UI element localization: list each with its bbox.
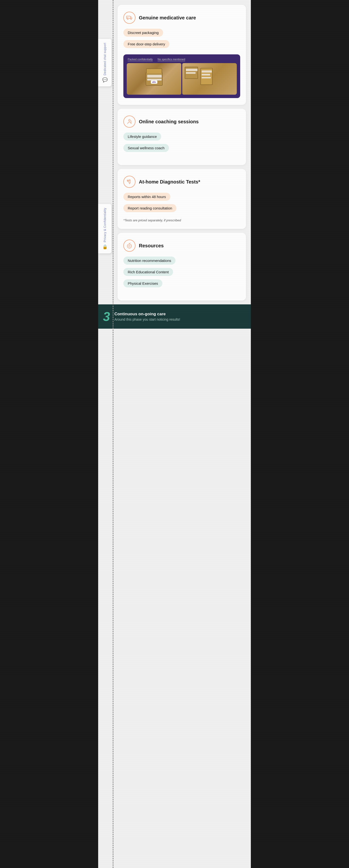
- label-strip-1: [147, 75, 162, 78]
- label-strip-7: [202, 77, 211, 79]
- resources-header: Resources: [124, 240, 240, 252]
- label-strip-3: [186, 69, 198, 71]
- svg-point-1: [127, 19, 128, 20]
- diagnostic-tags: Reports within 48 hours Report reading c…: [124, 193, 240, 215]
- tag-reports-48h: Reports within 48 hours: [124, 193, 170, 201]
- medicative-header: Genuine medicative care: [124, 12, 240, 24]
- label-strip-4: [186, 72, 196, 74]
- tag-educational-content: Rich Educational Content: [124, 268, 173, 276]
- coaching-header: Online coaching sessions: [124, 116, 240, 128]
- box-right-2: [201, 68, 213, 85]
- lock-icon: 🔒: [102, 244, 108, 250]
- allo-badge: allo: [151, 80, 158, 84]
- tag-physical-exercises: Physical Exercises: [124, 279, 162, 287]
- no-specifics-label: No specifics mentioned: [158, 58, 185, 61]
- tag-sexual-wellness: Sexual wellness coach: [124, 144, 169, 152]
- chat-icon: 💬: [102, 77, 108, 83]
- medicative-icon-circle: [124, 12, 136, 24]
- pkg-image-left: allo: [127, 63, 181, 95]
- tag-report-consultation: Report reading consultation: [124, 204, 176, 212]
- tag-nutrition: Nutrition recommendations: [124, 256, 175, 265]
- diagnostic-title: At-home Diagnostic Tests*: [139, 179, 200, 185]
- label-strip-5: [202, 70, 212, 72]
- tag-discreet-packaging: Discreet packaging: [124, 29, 163, 37]
- coaching-icon-circle: [124, 116, 136, 128]
- delivery-icon: [126, 14, 133, 21]
- tag-free-delivery: Free door-step delivery: [124, 40, 169, 48]
- bottom-text-block: Continuous on-going care Around this pha…: [114, 312, 245, 321]
- apple-icon: [126, 242, 133, 249]
- packaging-box: Packed confidentially No specifics menti…: [124, 54, 240, 98]
- diagnostic-header: At-home Diagnostic Tests*: [124, 176, 240, 188]
- bottom-bar: 3 Continuous on-going care Around this p…: [98, 304, 251, 329]
- packaging-labels: Packed confidentially No specifics menti…: [127, 58, 237, 61]
- resources-tags: Nutrition recommendations Rich Education…: [124, 256, 240, 290]
- tag-lifestyle-guidance: Lifestyle guidance: [124, 132, 161, 141]
- bottom-title: Continuous on-going care: [114, 312, 245, 316]
- diagnostic-card: At-home Diagnostic Tests* Reports within…: [117, 169, 246, 229]
- box-flap: [146, 68, 162, 73]
- coaching-card: Online coaching sessions Lifestyle guida…: [117, 109, 246, 165]
- diagnostic-icon-circle: [124, 176, 136, 188]
- svg-point-6: [129, 245, 130, 247]
- medicative-card: Genuine medicative care Discreet packagi…: [117, 5, 246, 105]
- box-right-1: [185, 67, 198, 79]
- medicative-tags: Discreet packaging Free door-step delive…: [124, 29, 240, 51]
- diagnostic-footnote: *Tests are priced separately, if prescri…: [124, 218, 240, 222]
- chat-support-tab[interactable]: Dedicated chat support 💬: [98, 39, 111, 86]
- privacy-tab[interactable]: Privacy & Confidentiality 🔒: [98, 204, 111, 253]
- bottom-number: 3: [103, 310, 110, 323]
- resources-title: Resources: [139, 243, 164, 249]
- chat-support-label: Dedicated chat support: [103, 43, 107, 75]
- bottom-subtitle: Around this phase you start noticing res…: [114, 317, 245, 321]
- pkg-image-right: [182, 63, 237, 95]
- svg-point-2: [131, 19, 132, 20]
- pkg-images: allo: [127, 63, 237, 95]
- coaching-icon: [126, 118, 133, 125]
- label-strip-6: [202, 74, 210, 75]
- medicative-title: Genuine medicative care: [139, 15, 196, 21]
- main-content: Genuine medicative care Discreet packagi…: [117, 0, 246, 301]
- svg-rect-4: [129, 180, 130, 183]
- coaching-title: Online coaching sessions: [139, 119, 199, 125]
- svg-point-3: [129, 119, 130, 121]
- page-wrapper: Dedicated chat support 💬 Privacy & Confi…: [98, 0, 251, 868]
- packed-confidentially-label: Packed confidentially: [128, 58, 153, 61]
- test-icon: [126, 178, 133, 185]
- resources-card: Resources Nutrition recommendations Rich…: [117, 233, 246, 301]
- coaching-tags: Lifestyle guidance Sexual wellness coach: [124, 132, 240, 154]
- resources-icon-circle: [124, 240, 136, 252]
- dashed-line: [113, 0, 113, 868]
- privacy-label: Privacy & Confidentiality: [103, 208, 107, 242]
